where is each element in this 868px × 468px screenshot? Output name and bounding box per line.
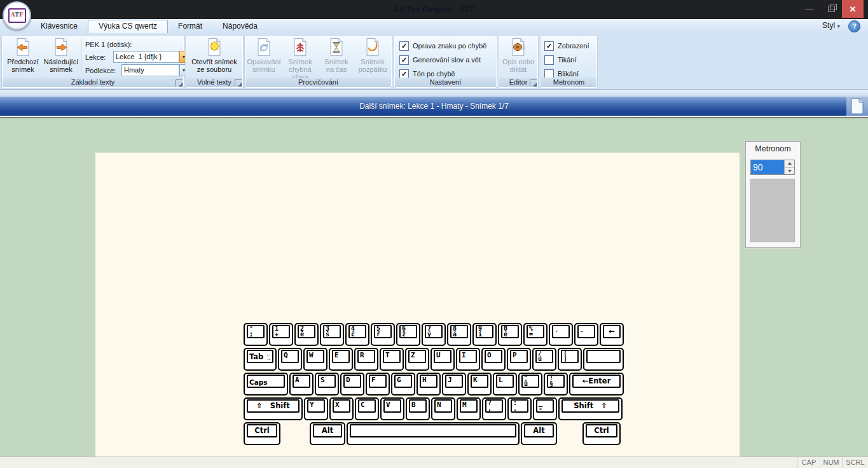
key-U: U	[431, 348, 455, 371]
key-X: X	[329, 397, 354, 420]
keyboard-diagram: °;1+2ě3š4č5ř6ž7ý8á9í0é%=ˇ´`¨←Tab←→QWERTZ…	[244, 323, 624, 447]
help-icon[interactable]: ?	[848, 20, 860, 32]
checkbox-icon[interactable]: ✓	[399, 55, 409, 65]
checkbox-label: Oprava znaku po chybě	[413, 42, 486, 50]
open-slide-from-file-button[interactable]: Otevřít snímek ze souboru	[186, 36, 242, 73]
lekce-value[interactable]: Lekce 1 {dfjk }	[113, 51, 179, 63]
keyboard-row-0: °;1+2ě3š4č5ř6ž7ý8á9í0é%=ˇ´`¨←	[244, 323, 624, 346]
keyboard-row-1: Tab←→QWERTZUIOP/ú()	[244, 348, 624, 371]
key-H: H	[417, 373, 441, 396]
slide-document-button[interactable]	[846, 97, 868, 116]
metronom-checkbox-0[interactable]: ✓Zobrazení	[544, 39, 597, 53]
dialog-launcher-icon[interactable]	[235, 79, 242, 86]
tab-format[interactable]: Formát	[168, 20, 212, 33]
key-?: ?,	[482, 397, 506, 420]
page-reverse-icon	[363, 38, 382, 57]
nastaveni-checkbox-1[interactable]: ✓Generování slov a vět	[399, 53, 497, 67]
key-0: 0é	[498, 323, 522, 346]
metronome-value[interactable]: 90	[751, 160, 784, 174]
key-6: 6ž	[396, 323, 420, 346]
minimize-button[interactable]: —	[800, 0, 819, 18]
shift-right-key: Shift ⇧	[558, 397, 623, 420]
opis-nebo-diktat-button[interactable]: Opis nebo diktát	[499, 36, 537, 73]
key-%: %=	[523, 323, 548, 346]
metronom-checkbox-1[interactable]: Tikání	[544, 53, 597, 67]
checkbox-label: Tón po chybě	[413, 70, 455, 78]
group-caption-metronom: Metronom	[541, 78, 596, 87]
keyboard-row-4: CtrlAltAltCtrl	[244, 422, 624, 445]
page-time-icon	[327, 38, 346, 57]
lekce-combobox[interactable]: Lekce 1 {dfjk } ▾	[113, 51, 188, 63]
podlekce-combobox[interactable]: Hmaty ▾	[121, 64, 188, 76]
key-Q: Q	[278, 348, 302, 371]
page-repeat-icon	[254, 38, 273, 57]
key-3: 3š	[320, 323, 344, 346]
button-label: Snímek pozpátku	[359, 58, 387, 73]
key-R: R	[354, 348, 378, 371]
podlekce-label: Podlekce:	[85, 67, 119, 74]
speaker-icon	[509, 38, 528, 57]
key-2: 2ě	[294, 323, 319, 346]
procvicovani-button-3[interactable]: Snímek pozpátku	[355, 36, 390, 81]
spin-down-button[interactable]	[785, 167, 794, 175]
key-M: M	[457, 397, 481, 420]
checkbox-icon[interactable]	[544, 55, 554, 65]
metronome-title: Metronom	[746, 144, 800, 153]
key-W: W	[303, 348, 327, 371]
dialog-launcher-icon[interactable]	[530, 79, 537, 86]
nastaveni-checkbox-0[interactable]: ✓Oprava znaku po chybě	[399, 39, 497, 53]
checkbox-icon[interactable]: ✓	[544, 41, 554, 51]
key-N: N	[431, 397, 455, 420]
restore-button[interactable]	[822, 0, 841, 18]
styl-dropdown[interactable]: Styl ▾	[822, 21, 840, 30]
title-bar: All Ten Fingers - ATF — ✕	[0, 0, 868, 19]
next-slide-button[interactable]: Následující snímek	[41, 36, 81, 75]
key-B: B	[406, 397, 430, 420]
procvicovani-button-0[interactable]: Opakování snímku	[247, 36, 282, 81]
key-Y: Y	[304, 397, 328, 420]
page-next-icon	[52, 38, 71, 57]
triangle-down-icon	[788, 170, 792, 172]
key-/: /ú	[532, 348, 556, 371]
checkbox-icon[interactable]: ✓	[399, 41, 409, 51]
metronome-spinbox[interactable]: 90	[750, 160, 795, 175]
group-caption-zakladni: Základní texty	[3, 78, 183, 87]
procvicovani-button-2[interactable]: Snímek na čas	[319, 36, 354, 81]
ribbon-tab-strip: Klávesnice Výuka CS qwertz Formát Nápově…	[0, 19, 868, 34]
previous-slide-button[interactable]: Předchozí snímek	[4, 36, 41, 75]
spin-up-button[interactable]	[785, 160, 794, 167]
key-1: 1+	[269, 323, 293, 346]
tab-klavesnice[interactable]: Klávesnice	[31, 20, 88, 33]
next-slide-info-text: Další snímek: Lekce 1 - Hmaty - Snímek 1…	[0, 97, 868, 116]
metronome-display-area	[750, 179, 795, 242]
key-S: S	[315, 373, 339, 396]
button-label: Snímek na čas	[324, 58, 348, 73]
key-`: `¨	[574, 323, 598, 346]
enter-top-key	[583, 348, 624, 371]
application-menu-button[interactable]: ATF	[3, 1, 31, 30]
tab-key: Tab←→	[244, 348, 277, 371]
status-num: NUM	[820, 457, 842, 468]
close-button[interactable]: ✕	[842, 0, 864, 18]
key-L: L	[493, 373, 517, 396]
caps-lock-key: Capslock	[244, 373, 288, 396]
key-E: E	[329, 348, 353, 371]
enter-key: ←Enter	[569, 373, 624, 396]
dialog-launcher-icon[interactable]	[176, 79, 183, 86]
keyboard-row-2: CapslockASDFGHJKL"ů!§←Enter	[244, 373, 624, 396]
checkbox-label: Generování slov a vět	[413, 56, 481, 64]
group-nastaveni: ✓Oprava znaku po chybě✓Generování slov a…	[394, 35, 497, 88]
key-9: 9í	[472, 323, 497, 346]
tab-vyuka-cs-qwertz[interactable]: Výuka CS qwertz	[88, 20, 168, 33]
key-Z: Z	[405, 348, 429, 371]
tab-napoveda[interactable]: Nápověda	[212, 20, 268, 33]
status-scrl: SCRL	[842, 457, 868, 468]
button-label: Opakování snímku	[247, 58, 280, 73]
pek-label: PEK 1 (dotisk):	[85, 41, 132, 48]
ctrl-left-key: Ctrl	[244, 422, 280, 445]
podlekce-value[interactable]: Hmaty	[121, 64, 179, 76]
ctrl-right-key: Ctrl	[582, 422, 621, 445]
procvicovani-button-1[interactable]: Snímek chybná slova	[283, 36, 318, 81]
key-7: 7ý	[422, 323, 446, 346]
backspace-key: ←	[600, 323, 624, 346]
